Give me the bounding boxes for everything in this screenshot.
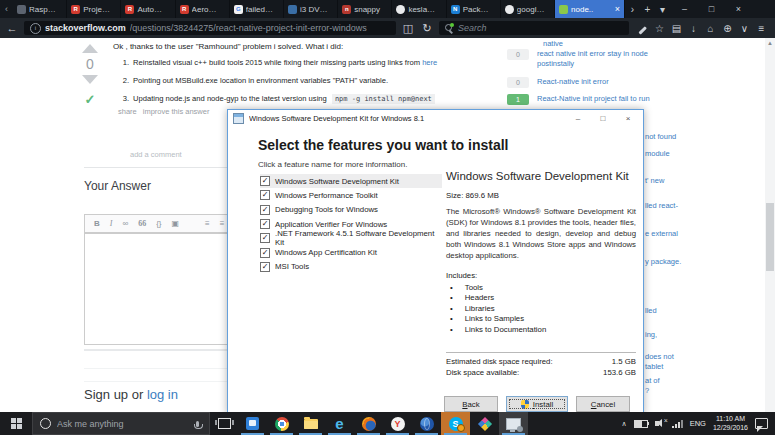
volume-muted-icon[interactable] <box>655 421 659 426</box>
accepted-answer-check-icon[interactable]: ✓ <box>78 92 102 107</box>
taskbar-globe-app[interactable] <box>412 412 441 435</box>
taskbar-skype[interactable] <box>441 412 470 435</box>
tab-node-active[interactable]: node.. × <box>555 0 625 18</box>
related-question-link[interactable]: y package. <box>645 257 681 266</box>
dialog-close-button[interactable]: × <box>618 114 638 123</box>
clock[interactable]: 11:10 AM 12/29/2016 <box>713 415 748 433</box>
dialog-maximize-button[interactable]: □ <box>593 114 613 123</box>
list-all-tabs-icon[interactable]: ▾ <box>655 0 670 18</box>
taskbar-chrome[interactable] <box>267 412 296 435</box>
feature-row[interactable]: Windows Software Development Kit <box>260 174 442 188</box>
taskbar-sdk-setup[interactable] <box>499 412 528 435</box>
dialog-title-bar[interactable]: Windows Software Development Kit for Win… <box>228 110 643 126</box>
login-link[interactable]: log in <box>147 387 178 402</box>
battery-icon[interactable] <box>634 420 648 428</box>
tray-expand-icon[interactable]: ∧ <box>622 420 627 428</box>
downvote-icon[interactable] <box>82 75 98 84</box>
tab-projects[interactable]: Projects L... <box>67 0 121 18</box>
feature-row[interactable]: Debugging Tools for Windows <box>260 203 442 217</box>
action-center-icon[interactable] <box>755 418 768 429</box>
related-question-link[interactable]: lled <box>645 306 657 315</box>
image-icon[interactable]: ▣ <box>172 219 180 228</box>
checkbox-checked-icon[interactable] <box>260 262 270 272</box>
tab-failed-at[interactable]: failed at t... <box>230 0 284 18</box>
site-info-icon[interactable] <box>30 23 41 34</box>
wrench-icon[interactable] <box>634 23 651 34</box>
home-icon[interactable]: ⌂ <box>702 23 719 34</box>
install-button[interactable]: Install <box>506 396 568 412</box>
tab-google-s[interactable]: google/s... <box>501 0 555 18</box>
code-icon[interactable]: {} <box>156 219 161 228</box>
task-view-button[interactable] <box>210 412 238 435</box>
related-question-link[interactable]: ? <box>645 386 649 395</box>
feature-row[interactable]: Windows App Certification Kit <box>260 245 442 259</box>
feature-row[interactable]: .NET Framework 4.5.1 Software Developmen… <box>260 231 442 245</box>
pocket-icon[interactable]: ∨ <box>736 23 753 34</box>
downloads-icon[interactable]: ↓ <box>685 23 702 34</box>
tab-snappy[interactable]: snappy <box>338 0 392 18</box>
tab-kesla[interactable]: kesla/no... <box>392 0 446 18</box>
refresh-icon[interactable]: ↻ <box>420 22 434 35</box>
related-question-link[interactable]: not found <box>645 132 676 141</box>
cancel-button[interactable]: Cancel <box>576 396 630 412</box>
scrollbar-up-icon[interactable]: ▲ <box>765 38 775 48</box>
taskbar-firefox[interactable] <box>354 412 383 435</box>
bookmark-star-icon[interactable]: ☆ <box>651 23 668 34</box>
related-question-link[interactable]: lled react- <box>645 201 678 210</box>
related-question-link[interactable]: react native init error stay in node pos… <box>537 49 661 69</box>
italic-icon[interactable]: I <box>110 219 113 228</box>
step-link[interactable]: here <box>422 58 437 67</box>
related-question-link[interactable]: ing, <box>645 330 657 339</box>
taskbar-file-explorer[interactable] <box>296 412 325 435</box>
feature-row[interactable]: Windows Performance Toolkit <box>260 188 442 202</box>
related-question-link[interactable]: tablet <box>645 362 663 371</box>
link-icon[interactable]: ∞ <box>122 219 128 228</box>
tab-overflow-left-icon[interactable]: ‹ <box>0 0 13 18</box>
numbered-list-icon[interactable]: ≡ <box>205 219 210 228</box>
dialog-minimize-button[interactable]: – <box>568 114 588 123</box>
window-minimize-button[interactable]: – <box>672 0 697 18</box>
menu-icon[interactable]: ≡ <box>753 23 770 34</box>
tab-overflow-right-icon[interactable]: › <box>625 0 640 18</box>
checkbox-checked-icon[interactable] <box>260 219 270 229</box>
tab-aeroponics[interactable]: Aeroponi... <box>176 0 230 18</box>
scrollbar-thumb[interactable] <box>766 203 774 271</box>
upvote-icon[interactable] <box>82 44 98 53</box>
tab-package[interactable]: Package ... <box>447 0 501 18</box>
window-close-button[interactable]: × <box>726 0 751 18</box>
related-question-link[interactable]: t' new <box>645 176 664 185</box>
sync-icon[interactable]: ⊕ <box>719 23 736 34</box>
window-maximize-button[interactable]: □ <box>699 0 724 18</box>
taskbar-edge[interactable] <box>325 412 354 435</box>
checkbox-checked-icon[interactable] <box>260 233 270 243</box>
improve-answer-link[interactable]: improve this answer <box>143 107 210 116</box>
tab-raspberry[interactable]: Raspberr... <box>13 0 67 18</box>
tab-close-icon[interactable]: × <box>615 4 620 14</box>
related-question-link[interactable]: at of <box>645 376 660 385</box>
checkbox-checked-icon[interactable] <box>260 205 270 215</box>
tab-i3-dvr[interactable]: i3 DVR Int... <box>284 0 338 18</box>
page-scrollbar[interactable]: ▲ <box>765 38 775 412</box>
checkbox-checked-icon[interactable] <box>260 176 270 186</box>
library-icon[interactable]: ▤ <box>668 23 685 34</box>
related-question-link[interactable]: does not <box>645 352 674 361</box>
related-link-tail[interactable]: native <box>543 39 563 48</box>
back-icon[interactable]: ← <box>5 22 19 34</box>
feature-row[interactable]: MSI Tools <box>260 260 442 274</box>
checkbox-checked-icon[interactable] <box>260 248 270 258</box>
checkbox-checked-icon[interactable] <box>260 190 270 200</box>
language-indicator[interactable]: ENG <box>690 419 706 428</box>
bulleted-list-icon[interactable]: ≡ <box>220 219 225 228</box>
related-question-link[interactable]: React-Native init project fail to run <box>537 94 661 105</box>
new-tab-button[interactable]: + <box>640 0 655 18</box>
start-button[interactable] <box>0 412 32 435</box>
add-comment-link[interactable]: add a comment <box>130 150 182 159</box>
network-icon[interactable] <box>672 420 683 428</box>
related-question-link[interactable]: React-native init error <box>537 77 661 88</box>
taskbar-blue-app[interactable] <box>238 412 267 435</box>
related-question-link[interactable]: module <box>645 149 670 158</box>
cortana-search-input[interactable]: Ask me anything <box>32 412 210 435</box>
share-link[interactable]: share <box>118 107 137 116</box>
reader-mode-icon[interactable]: ◫ <box>401 22 415 35</box>
blockquote-icon[interactable]: 66 <box>138 219 146 228</box>
